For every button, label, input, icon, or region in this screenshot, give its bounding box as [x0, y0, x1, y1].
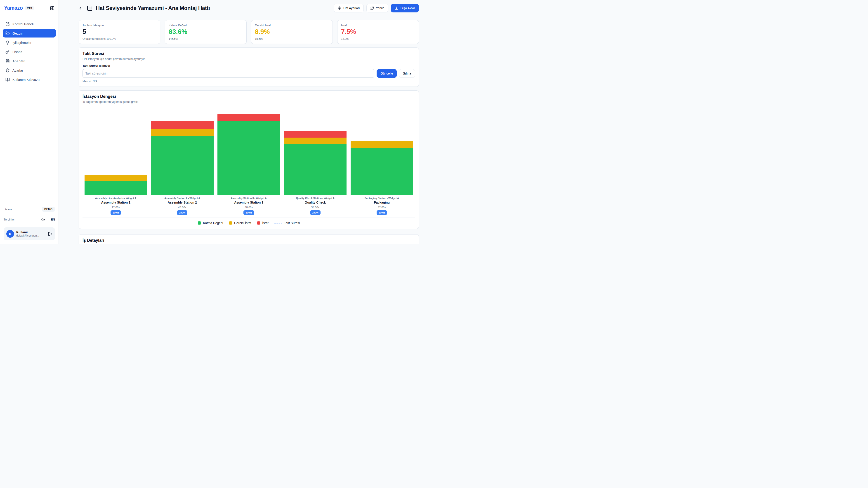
stat-card: Katma Değerli83.6%145.50s: [165, 20, 246, 44]
app-logo: Yamazo: [4, 5, 23, 11]
theme-toggle-button[interactable]: [41, 218, 45, 221]
folder-open-icon: [5, 31, 10, 35]
arrow-left-icon: [79, 6, 84, 11]
legend-item-takt: Takt Süresi: [274, 221, 300, 225]
content: Toplam İstasyon5Ortalama Kullanım: 100.0…: [59, 16, 434, 244]
license-label: Lisans: [4, 207, 12, 211]
stacked-bar: [284, 131, 346, 195]
takt-input[interactable]: [83, 69, 374, 78]
chart-legend: Katma DeğerliGerekli İsrafİsrafTakt Süre…: [83, 218, 415, 229]
stat-card: İsraf7.5%13.00s: [337, 20, 419, 44]
export-button[interactable]: Dışa Aktar: [391, 4, 419, 12]
stacked-bar: [350, 141, 413, 195]
bar-label-group: Assembly Station 3 - Widget AAssembly St…: [215, 195, 282, 215]
bar-total-time: 38.00s: [311, 206, 319, 209]
user-card[interactable]: K Kullanıcı default@compan...: [4, 227, 55, 240]
bar-label-group: Quality Check Station - Widget AQuality …: [282, 195, 348, 215]
bar-segment: [284, 144, 346, 195]
bar-segment: [151, 121, 214, 129]
bar-station-name: Quality Check: [305, 201, 326, 204]
refresh-icon: [370, 6, 374, 10]
refresh-label: Yenile: [376, 6, 384, 10]
bar-label-group: Packaging Station - Widget APackaging32.…: [348, 195, 415, 215]
legend-label: Katma Değerli: [203, 221, 223, 225]
takt-input-label: Takt Süresi (saniye): [83, 64, 415, 67]
key-icon: [5, 50, 10, 54]
bar-labels-row: Assembly Line Analysis - Widget AAssembl…: [83, 195, 415, 215]
avatar: K: [6, 230, 14, 238]
export-label: Dışa Aktar: [400, 6, 415, 10]
dashed-line-icon: [274, 223, 282, 223]
stat-sub: Ortalama Kullanım: 100.0%: [83, 37, 156, 40]
chart-title: İstasyon Dengesi: [83, 94, 415, 99]
reset-button[interactable]: Sıfırla: [399, 69, 415, 78]
sidebar-header: Yamazo VAS: [0, 0, 59, 16]
sidebar-item-ayarlar[interactable]: Ayarlar: [3, 66, 56, 74]
lightbulb-icon: [5, 40, 10, 45]
back-button[interactable]: [79, 6, 84, 11]
refresh-button[interactable]: Yenile: [366, 4, 388, 12]
sidebar-item-kontrol-paneli[interactable]: Kontrol Paneli: [3, 20, 56, 28]
sidebar-item-label: Kontrol Paneli: [12, 22, 33, 26]
bar-column: [149, 105, 215, 195]
bar-segment: [284, 138, 346, 144]
stat-label: Toplam İstasyon: [83, 24, 156, 27]
bar-segment: [151, 136, 214, 195]
takt-card: Takt Süresi Her istasyon için hedef çevr…: [79, 47, 419, 87]
utilization-badge: 100%: [177, 210, 187, 215]
panel-collapse-icon: [50, 6, 55, 10]
sidebar-item-gezgin[interactable]: Gezgin: [3, 29, 56, 37]
sidebar-item-iyilestirmeler[interactable]: İyileştirmeler: [3, 38, 56, 47]
utilization-badge: 100%: [111, 210, 121, 215]
bar-segment: [350, 141, 413, 148]
bar-widget-label: Packaging Station - Widget A: [365, 197, 399, 199]
legend-label: Takt Süresi: [284, 221, 300, 225]
line-settings-button[interactable]: Hat Ayarları: [334, 4, 364, 12]
stat-card: Toplam İstasyon5Ortalama Kullanım: 100.0…: [79, 20, 160, 44]
bar-column: [282, 105, 348, 195]
sidebar-collapse-button[interactable]: [50, 6, 55, 10]
legend-swatch: [257, 221, 260, 225]
sidebar-item-ana-veri[interactable]: Ana Veri: [3, 57, 56, 65]
moon-icon: [41, 218, 45, 221]
takt-current-value: Mevcut: N/A: [83, 80, 415, 83]
stat-sub: 15.50s: [255, 37, 329, 40]
bar-segment: [217, 121, 280, 195]
legend-swatch: [229, 221, 232, 225]
gear-icon: [338, 6, 341, 10]
bar-station-name: Packaging: [374, 201, 390, 204]
bar-station-name: Assembly Station 2: [168, 201, 197, 204]
bar-segment: [151, 129, 214, 136]
gear-icon: [5, 68, 10, 72]
sidebar: Yamazo VAS Kontrol PaneliGezginİyileştir…: [0, 0, 59, 244]
bar-column: [348, 105, 415, 195]
bar-total-time: 32.00s: [378, 206, 386, 209]
station-balance-card: İstasyon Dengesi İş dağılımını gösteren …: [79, 90, 419, 229]
sidebar-item-lisans[interactable]: Lisans: [3, 47, 56, 56]
language-toggle-button[interactable]: EN: [51, 218, 55, 221]
sidebar-nav: Kontrol PaneliGezginİyileştirmelerLisans…: [0, 16, 59, 87]
legend-label: Gerekli İsraf: [234, 221, 251, 225]
bar-segment: [284, 131, 346, 138]
stat-sub: 145.50s: [168, 37, 243, 40]
license-row: Lisans DEMO: [4, 207, 55, 212]
bar-station-name: Assembly Station 3: [234, 201, 264, 204]
chart-subtitle: İş dağılımını gösteren yığılmış çubuk gr…: [83, 100, 415, 103]
bar-station-name: Assembly Station 1: [101, 201, 130, 204]
stat-label: Katma Değerli: [168, 24, 243, 27]
bar-label-group: Assembly Station 2 - Widget AAssembly St…: [149, 195, 215, 215]
bar-column: [215, 105, 282, 195]
work-details-card: İş Detayları: [79, 234, 419, 244]
bar-chart-icon: [87, 5, 93, 11]
update-button[interactable]: Güncelle: [377, 69, 397, 78]
user-name: Kullanıcı: [16, 230, 46, 234]
license-badge: DEMO: [42, 207, 55, 212]
stat-card: Gerekli İsraf8.9%15.50s: [251, 20, 333, 44]
legend-item: Katma Değerli: [198, 221, 223, 225]
stats-row: Toplam İstasyon5Ortalama Kullanım: 100.0…: [79, 20, 419, 44]
legend-swatch: [198, 221, 201, 225]
logout-button[interactable]: [48, 232, 52, 236]
sidebar-item-kullanim-kilavuzu[interactable]: Kullanım Kılavuzu: [3, 75, 56, 84]
utilization-badge: 100%: [243, 210, 254, 215]
stacked-bar: [151, 121, 214, 195]
